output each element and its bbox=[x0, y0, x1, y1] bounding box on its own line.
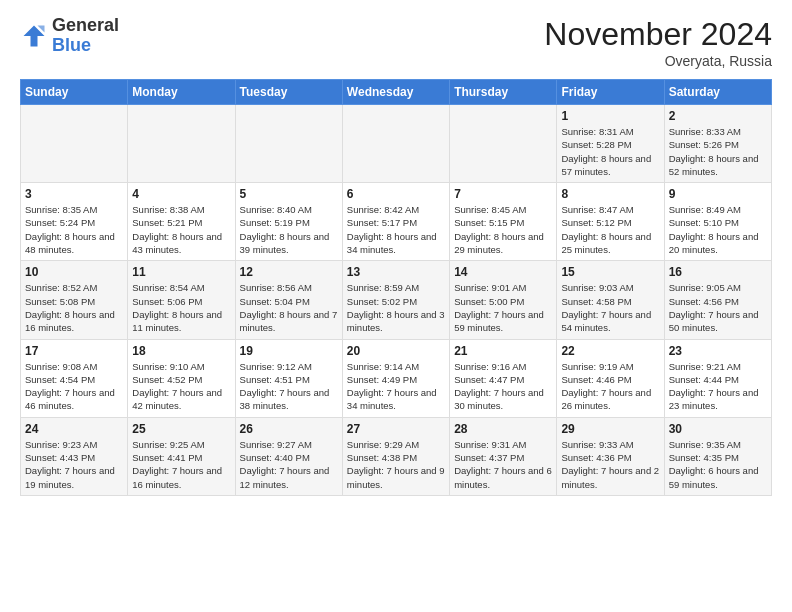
calendar-cell: 23Sunrise: 9:21 AMSunset: 4:44 PMDayligh… bbox=[664, 339, 771, 417]
header: General Blue November 2024 Overyata, Rus… bbox=[20, 16, 772, 69]
col-sunday: Sunday bbox=[21, 80, 128, 105]
logo-text: General Blue bbox=[52, 16, 119, 56]
day-number: 2 bbox=[669, 109, 767, 123]
day-info: Sunrise: 8:35 AMSunset: 5:24 PMDaylight:… bbox=[25, 203, 123, 256]
calendar-cell: 26Sunrise: 9:27 AMSunset: 4:40 PMDayligh… bbox=[235, 417, 342, 495]
col-monday: Monday bbox=[128, 80, 235, 105]
logo-icon bbox=[20, 22, 48, 50]
day-info: Sunrise: 8:40 AMSunset: 5:19 PMDaylight:… bbox=[240, 203, 338, 256]
day-info: Sunrise: 9:05 AMSunset: 4:56 PMDaylight:… bbox=[669, 281, 767, 334]
calendar-cell: 10Sunrise: 8:52 AMSunset: 5:08 PMDayligh… bbox=[21, 261, 128, 339]
day-number: 5 bbox=[240, 187, 338, 201]
col-saturday: Saturday bbox=[664, 80, 771, 105]
day-info: Sunrise: 8:47 AMSunset: 5:12 PMDaylight:… bbox=[561, 203, 659, 256]
calendar-cell: 28Sunrise: 9:31 AMSunset: 4:37 PMDayligh… bbox=[450, 417, 557, 495]
day-info: Sunrise: 8:33 AMSunset: 5:26 PMDaylight:… bbox=[669, 125, 767, 178]
day-info: Sunrise: 9:14 AMSunset: 4:49 PMDaylight:… bbox=[347, 360, 445, 413]
logo-blue: Blue bbox=[52, 35, 91, 55]
calendar-cell: 2Sunrise: 8:33 AMSunset: 5:26 PMDaylight… bbox=[664, 105, 771, 183]
day-info: Sunrise: 9:10 AMSunset: 4:52 PMDaylight:… bbox=[132, 360, 230, 413]
day-info: Sunrise: 8:52 AMSunset: 5:08 PMDaylight:… bbox=[25, 281, 123, 334]
calendar-cell bbox=[128, 105, 235, 183]
col-friday: Friday bbox=[557, 80, 664, 105]
calendar-cell: 24Sunrise: 9:23 AMSunset: 4:43 PMDayligh… bbox=[21, 417, 128, 495]
day-number: 18 bbox=[132, 344, 230, 358]
calendar-cell: 5Sunrise: 8:40 AMSunset: 5:19 PMDaylight… bbox=[235, 183, 342, 261]
col-tuesday: Tuesday bbox=[235, 80, 342, 105]
calendar-cell: 16Sunrise: 9:05 AMSunset: 4:56 PMDayligh… bbox=[664, 261, 771, 339]
day-number: 7 bbox=[454, 187, 552, 201]
day-number: 16 bbox=[669, 265, 767, 279]
day-number: 28 bbox=[454, 422, 552, 436]
day-number: 4 bbox=[132, 187, 230, 201]
calendar-week-3: 10Sunrise: 8:52 AMSunset: 5:08 PMDayligh… bbox=[21, 261, 772, 339]
calendar-cell: 7Sunrise: 8:45 AMSunset: 5:15 PMDaylight… bbox=[450, 183, 557, 261]
calendar-week-5: 24Sunrise: 9:23 AMSunset: 4:43 PMDayligh… bbox=[21, 417, 772, 495]
day-info: Sunrise: 8:45 AMSunset: 5:15 PMDaylight:… bbox=[454, 203, 552, 256]
day-info: Sunrise: 9:25 AMSunset: 4:41 PMDaylight:… bbox=[132, 438, 230, 491]
day-info: Sunrise: 8:56 AMSunset: 5:04 PMDaylight:… bbox=[240, 281, 338, 334]
calendar-cell bbox=[21, 105, 128, 183]
col-thursday: Thursday bbox=[450, 80, 557, 105]
day-number: 24 bbox=[25, 422, 123, 436]
calendar-cell: 8Sunrise: 8:47 AMSunset: 5:12 PMDaylight… bbox=[557, 183, 664, 261]
calendar-week-2: 3Sunrise: 8:35 AMSunset: 5:24 PMDaylight… bbox=[21, 183, 772, 261]
calendar-cell: 9Sunrise: 8:49 AMSunset: 5:10 PMDaylight… bbox=[664, 183, 771, 261]
page: General Blue November 2024 Overyata, Rus… bbox=[0, 0, 792, 506]
day-number: 19 bbox=[240, 344, 338, 358]
day-number: 20 bbox=[347, 344, 445, 358]
calendar-cell: 12Sunrise: 8:56 AMSunset: 5:04 PMDayligh… bbox=[235, 261, 342, 339]
title-block: November 2024 Overyata, Russia bbox=[544, 16, 772, 69]
calendar-cell: 30Sunrise: 9:35 AMSunset: 4:35 PMDayligh… bbox=[664, 417, 771, 495]
calendar-cell: 11Sunrise: 8:54 AMSunset: 5:06 PMDayligh… bbox=[128, 261, 235, 339]
day-info: Sunrise: 9:21 AMSunset: 4:44 PMDaylight:… bbox=[669, 360, 767, 413]
calendar-cell: 1Sunrise: 8:31 AMSunset: 5:28 PMDaylight… bbox=[557, 105, 664, 183]
calendar-cell: 19Sunrise: 9:12 AMSunset: 4:51 PMDayligh… bbox=[235, 339, 342, 417]
day-number: 30 bbox=[669, 422, 767, 436]
day-info: Sunrise: 9:29 AMSunset: 4:38 PMDaylight:… bbox=[347, 438, 445, 491]
calendar-cell: 4Sunrise: 8:38 AMSunset: 5:21 PMDaylight… bbox=[128, 183, 235, 261]
calendar-cell bbox=[342, 105, 449, 183]
day-info: Sunrise: 8:42 AMSunset: 5:17 PMDaylight:… bbox=[347, 203, 445, 256]
calendar-cell: 17Sunrise: 9:08 AMSunset: 4:54 PMDayligh… bbox=[21, 339, 128, 417]
calendar-cell: 21Sunrise: 9:16 AMSunset: 4:47 PMDayligh… bbox=[450, 339, 557, 417]
day-info: Sunrise: 9:31 AMSunset: 4:37 PMDaylight:… bbox=[454, 438, 552, 491]
calendar-cell bbox=[235, 105, 342, 183]
day-info: Sunrise: 9:35 AMSunset: 4:35 PMDaylight:… bbox=[669, 438, 767, 491]
day-number: 11 bbox=[132, 265, 230, 279]
day-number: 9 bbox=[669, 187, 767, 201]
calendar-cell: 25Sunrise: 9:25 AMSunset: 4:41 PMDayligh… bbox=[128, 417, 235, 495]
calendar-cell bbox=[450, 105, 557, 183]
month-title: November 2024 bbox=[544, 16, 772, 53]
day-info: Sunrise: 8:54 AMSunset: 5:06 PMDaylight:… bbox=[132, 281, 230, 334]
calendar-week-4: 17Sunrise: 9:08 AMSunset: 4:54 PMDayligh… bbox=[21, 339, 772, 417]
day-number: 1 bbox=[561, 109, 659, 123]
day-number: 3 bbox=[25, 187, 123, 201]
calendar-cell: 20Sunrise: 9:14 AMSunset: 4:49 PMDayligh… bbox=[342, 339, 449, 417]
calendar-cell: 18Sunrise: 9:10 AMSunset: 4:52 PMDayligh… bbox=[128, 339, 235, 417]
day-number: 25 bbox=[132, 422, 230, 436]
day-number: 27 bbox=[347, 422, 445, 436]
day-number: 21 bbox=[454, 344, 552, 358]
day-number: 8 bbox=[561, 187, 659, 201]
header-row: Sunday Monday Tuesday Wednesday Thursday… bbox=[21, 80, 772, 105]
logo-general: General bbox=[52, 15, 119, 35]
day-number: 26 bbox=[240, 422, 338, 436]
col-wednesday: Wednesday bbox=[342, 80, 449, 105]
day-info: Sunrise: 8:31 AMSunset: 5:28 PMDaylight:… bbox=[561, 125, 659, 178]
day-info: Sunrise: 8:49 AMSunset: 5:10 PMDaylight:… bbox=[669, 203, 767, 256]
day-number: 13 bbox=[347, 265, 445, 279]
day-info: Sunrise: 9:33 AMSunset: 4:36 PMDaylight:… bbox=[561, 438, 659, 491]
day-info: Sunrise: 9:08 AMSunset: 4:54 PMDaylight:… bbox=[25, 360, 123, 413]
logo: General Blue bbox=[20, 16, 119, 56]
day-number: 10 bbox=[25, 265, 123, 279]
day-info: Sunrise: 8:38 AMSunset: 5:21 PMDaylight:… bbox=[132, 203, 230, 256]
day-info: Sunrise: 9:23 AMSunset: 4:43 PMDaylight:… bbox=[25, 438, 123, 491]
day-number: 6 bbox=[347, 187, 445, 201]
day-info: Sunrise: 9:03 AMSunset: 4:58 PMDaylight:… bbox=[561, 281, 659, 334]
day-number: 22 bbox=[561, 344, 659, 358]
calendar-cell: 29Sunrise: 9:33 AMSunset: 4:36 PMDayligh… bbox=[557, 417, 664, 495]
day-info: Sunrise: 9:12 AMSunset: 4:51 PMDaylight:… bbox=[240, 360, 338, 413]
calendar-cell: 3Sunrise: 8:35 AMSunset: 5:24 PMDaylight… bbox=[21, 183, 128, 261]
location: Overyata, Russia bbox=[544, 53, 772, 69]
